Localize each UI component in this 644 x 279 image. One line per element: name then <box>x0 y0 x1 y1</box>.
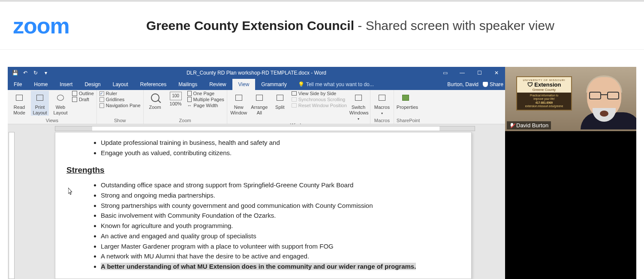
split-button[interactable]: Split <box>271 91 289 110</box>
properties-button[interactable]: Properties <box>397 91 415 110</box>
top-bullet-list: Update professional training in business… <box>90 138 445 158</box>
new-window-icon <box>235 95 242 101</box>
arrange-all-icon <box>256 95 263 101</box>
gridlines-checkbox[interactable]: Gridlines <box>99 97 141 102</box>
share-button[interactable]: Share <box>483 81 503 87</box>
speaker-face <box>581 69 628 125</box>
ribbon-group-window: New Window Arrange All Split View Side b… <box>227 90 370 124</box>
minimize-button[interactable]: — <box>454 67 471 79</box>
reset-position-icon <box>292 103 297 108</box>
page-width-button[interactable]: ↔Page Width <box>187 103 224 108</box>
tab-layout[interactable]: Layout <box>107 79 134 90</box>
split-icon <box>277 95 283 101</box>
list-item: Known for agriculture and youth programm… <box>101 221 445 231</box>
zoom-logo: zoom <box>13 13 69 39</box>
speaker-name-tag: David Burton <box>507 121 551 129</box>
section-heading: Strengths <box>66 164 445 176</box>
ribbon-options-icon[interactable]: ▭ <box>436 67 454 79</box>
outline-button[interactable]: Outline <box>72 91 94 96</box>
tab-view[interactable]: View <box>232 79 256 90</box>
read-mode-button[interactable]: Read Mode <box>10 91 28 116</box>
hundred-icon: 100 <box>170 92 182 100</box>
switch-windows-button[interactable]: Switch Windows ▾ <box>349 91 367 122</box>
document-content[interactable]: Update professional training in business… <box>90 138 445 272</box>
ruler-area <box>8 124 505 132</box>
sync-scroll-icon <box>292 97 297 102</box>
reset-window-position-button: Reset Window Position <box>292 103 347 108</box>
word-window: 💾 ↶ ↻ ▾ DLR_County RD Plan workshop-RD T… <box>8 67 505 279</box>
print-layout-icon <box>36 95 43 101</box>
zoom-100-button[interactable]: 100100% <box>167 91 185 107</box>
highlighted-text: A better understanding of what MU Extens… <box>101 263 416 270</box>
document-title: DLR_County RD Plan workshop-RD TEMPLATE.… <box>8 70 505 76</box>
outline-icon <box>72 91 77 96</box>
redo-icon[interactable]: ↻ <box>33 70 39 76</box>
new-window-button[interactable]: New Window <box>230 91 248 116</box>
view-side-by-side-button[interactable]: View Side by Side <box>292 91 347 96</box>
horizontal-ruler[interactable] <box>55 126 475 131</box>
zoom-icon <box>151 93 159 102</box>
ribbon-group-zoom: Zoom 100100% One Page Multiple Pages ↔Pa… <box>144 90 227 124</box>
extension-sign: UNIVERSITY OF MISSOURI 🛡 Extension Green… <box>516 76 572 111</box>
speaker-video: UNIVERSITY OF MISSOURI 🛡 Extension Green… <box>505 67 636 131</box>
speaker-tile[interactable]: UNIVERSITY OF MISSOURI 🛡 Extension Green… <box>505 67 636 279</box>
macros-button[interactable]: Macros ▾ <box>373 91 391 116</box>
navigation-pane-checkbox[interactable]: Navigation Pane <box>99 103 141 108</box>
properties-icon <box>402 95 409 101</box>
multiple-pages-icon <box>187 97 192 102</box>
document-page[interactable]: Update professional training in business… <box>55 132 472 279</box>
ruler-checkbox[interactable]: ✓Ruler <box>99 91 141 96</box>
tab-mailings[interactable]: Mailings <box>172 79 203 90</box>
chevron-down-icon: ▾ <box>381 111 383 115</box>
account-name[interactable]: Burton, David <box>447 81 478 87</box>
muted-mic-icon <box>509 123 515 128</box>
web-layout-button[interactable]: Web Layout <box>51 91 69 116</box>
close-button[interactable]: ✕ <box>488 67 505 79</box>
document-area[interactable]: Update professional training in business… <box>8 132 505 279</box>
one-page-button[interactable]: One Page <box>187 91 224 96</box>
list-item: An active and engaged and quality group … <box>101 231 445 241</box>
multiple-pages-button[interactable]: Multiple Pages <box>187 97 224 102</box>
page-width-icon: ↔ <box>187 103 192 108</box>
macros-icon <box>379 95 385 101</box>
tab-references[interactable]: References <box>134 79 172 90</box>
shared-screen-area: 💾 ↶ ↻ ▾ DLR_County RD Plan workshop-RD T… <box>8 67 636 279</box>
list-item: Update professional training in business… <box>101 138 445 148</box>
ribbon-tabstrip: File Home Insert Design Layout Reference… <box>8 79 505 90</box>
tab-file[interactable]: File <box>8 79 28 90</box>
draft-button[interactable]: Draft <box>72 97 94 102</box>
chevron-down-icon: ▾ <box>358 117 359 121</box>
side-by-side-icon <box>292 91 297 96</box>
list-item: Basic involvement with Community Foundat… <box>101 210 445 221</box>
tab-grammarly[interactable]: Grammarly <box>255 79 292 90</box>
maximize-button[interactable]: ☐ <box>471 67 488 79</box>
strengths-list: Outstanding office space and strong supp… <box>90 180 445 272</box>
list-item: Strong and ongoing media partnerships. <box>101 190 445 201</box>
undo-icon[interactable]: ↶ <box>22 70 28 76</box>
ribbon-group-views: Read Mode Print Layout Web Layout Outlin… <box>8 90 97 124</box>
tab-review[interactable]: Review <box>203 79 232 90</box>
vertical-ruler[interactable] <box>9 132 15 279</box>
tab-home[interactable]: Home <box>28 79 54 90</box>
zoom-button[interactable]: Zoom <box>146 91 164 110</box>
read-mode-icon <box>16 95 23 101</box>
arrange-all-button[interactable]: Arrange All <box>250 91 268 116</box>
list-item: Engage youth as valued, contributing cit… <box>101 148 445 158</box>
ribbon: Read Mode Print Layout Web Layout Outlin… <box>8 90 505 124</box>
list-item: Outstanding office space and strong supp… <box>101 180 445 190</box>
list-item: Larger Master Gardener program with a pl… <box>101 241 445 252</box>
lightbulb-icon: 💡 <box>298 81 304 87</box>
switch-windows-icon <box>355 95 362 101</box>
tab-design[interactable]: Design <box>78 79 106 90</box>
quick-access-toolbar: 💾 ↶ ↻ ▾ <box>8 70 49 76</box>
print-layout-button[interactable]: Print Layout <box>31 91 49 116</box>
draft-icon <box>72 97 77 102</box>
word-titlebar: 💾 ↶ ↻ ▾ DLR_County RD Plan workshop-RD T… <box>8 67 505 79</box>
ribbon-group-show: ✓Ruler Gridlines Navigation Pane Show <box>97 90 144 124</box>
ribbon-group-sharepoint: Properties SharePoint <box>394 90 422 124</box>
customize-icon[interactable]: ▾ <box>43 70 49 76</box>
synchronous-scrolling-button: Synchronous Scrolling <box>292 97 347 102</box>
zoom-header: zoom Greene County Extension Council - S… <box>0 0 644 50</box>
save-icon[interactable]: 💾 <box>12 70 18 76</box>
tab-insert[interactable]: Insert <box>54 79 78 90</box>
